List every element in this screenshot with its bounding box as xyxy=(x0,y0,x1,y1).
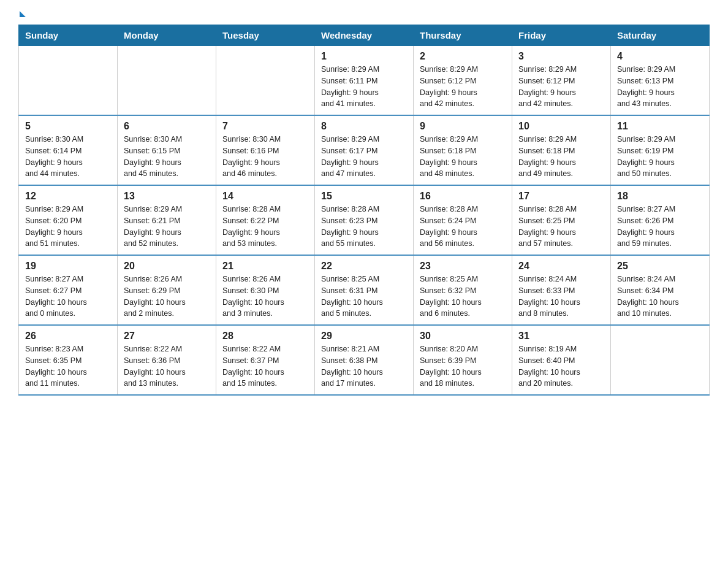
day-number: 18 xyxy=(617,191,703,202)
calendar-week-row: 19Sunrise: 8:27 AM Sunset: 6:27 PM Dayli… xyxy=(19,255,710,325)
day-number: 6 xyxy=(124,121,210,132)
day-number: 23 xyxy=(420,261,506,272)
day-number: 25 xyxy=(617,261,703,272)
day-number: 3 xyxy=(518,51,604,62)
calendar-day-12: 12Sunrise: 8:29 AM Sunset: 6:20 PM Dayli… xyxy=(19,185,118,255)
day-info: Sunrise: 8:29 AM Sunset: 6:18 PM Dayligh… xyxy=(518,134,604,180)
day-info: Sunrise: 8:24 AM Sunset: 6:33 PM Dayligh… xyxy=(518,274,604,320)
weekday-header-friday: Friday xyxy=(512,25,611,46)
calendar-empty-cell xyxy=(19,46,118,116)
calendar-day-15: 15Sunrise: 8:28 AM Sunset: 6:23 PM Dayli… xyxy=(315,185,414,255)
day-info: Sunrise: 8:22 AM Sunset: 6:36 PM Dayligh… xyxy=(124,343,210,389)
calendar-day-9: 9Sunrise: 8:29 AM Sunset: 6:18 PM Daylig… xyxy=(414,115,512,185)
calendar-week-row: 26Sunrise: 8:23 AM Sunset: 6:35 PM Dayli… xyxy=(19,325,710,395)
weekday-header-wednesday: Wednesday xyxy=(315,25,414,46)
day-info: Sunrise: 8:30 AM Sunset: 6:15 PM Dayligh… xyxy=(124,134,210,180)
day-info: Sunrise: 8:30 AM Sunset: 6:14 PM Dayligh… xyxy=(25,134,111,180)
calendar-day-31: 31Sunrise: 8:19 AM Sunset: 6:40 PM Dayli… xyxy=(512,325,611,395)
day-info: Sunrise: 8:29 AM Sunset: 6:21 PM Dayligh… xyxy=(124,204,210,250)
day-number: 12 xyxy=(25,191,111,202)
calendar-day-1: 1Sunrise: 8:29 AM Sunset: 6:11 PM Daylig… xyxy=(315,46,414,116)
calendar-day-4: 4Sunrise: 8:29 AM Sunset: 6:13 PM Daylig… xyxy=(611,46,710,116)
day-info: Sunrise: 8:21 AM Sunset: 6:38 PM Dayligh… xyxy=(321,343,407,389)
weekday-header-thursday: Thursday xyxy=(414,25,512,46)
calendar-day-14: 14Sunrise: 8:28 AM Sunset: 6:22 PM Dayli… xyxy=(216,185,315,255)
weekday-header-monday: Monday xyxy=(118,25,216,46)
calendar-day-22: 22Sunrise: 8:25 AM Sunset: 6:31 PM Dayli… xyxy=(315,255,414,325)
day-number: 16 xyxy=(420,191,506,202)
day-info: Sunrise: 8:29 AM Sunset: 6:20 PM Dayligh… xyxy=(25,204,111,250)
calendar-day-27: 27Sunrise: 8:22 AM Sunset: 6:36 PM Dayli… xyxy=(118,325,216,395)
calendar-week-row: 1Sunrise: 8:29 AM Sunset: 6:11 PM Daylig… xyxy=(19,46,710,116)
day-number: 28 xyxy=(222,331,308,342)
calendar-day-16: 16Sunrise: 8:28 AM Sunset: 6:24 PM Dayli… xyxy=(414,185,512,255)
day-number: 4 xyxy=(617,51,703,62)
day-number: 7 xyxy=(222,121,308,132)
day-info: Sunrise: 8:26 AM Sunset: 6:29 PM Dayligh… xyxy=(124,274,210,320)
calendar-day-8: 8Sunrise: 8:29 AM Sunset: 6:17 PM Daylig… xyxy=(315,115,414,185)
calendar-day-11: 11Sunrise: 8:29 AM Sunset: 6:19 PM Dayli… xyxy=(611,115,710,185)
day-number: 31 xyxy=(518,331,604,342)
day-info: Sunrise: 8:19 AM Sunset: 6:40 PM Dayligh… xyxy=(518,343,604,389)
calendar-day-17: 17Sunrise: 8:28 AM Sunset: 6:25 PM Dayli… xyxy=(512,185,611,255)
calendar-day-18: 18Sunrise: 8:27 AM Sunset: 6:26 PM Dayli… xyxy=(611,185,710,255)
page-header xyxy=(18,12,710,18)
calendar-empty-cell xyxy=(611,325,710,395)
day-number: 19 xyxy=(25,261,111,272)
calendar-day-21: 21Sunrise: 8:26 AM Sunset: 6:30 PM Dayli… xyxy=(216,255,315,325)
logo xyxy=(18,12,26,18)
day-info: Sunrise: 8:25 AM Sunset: 6:32 PM Dayligh… xyxy=(420,274,506,320)
day-number: 9 xyxy=(420,121,506,132)
weekday-header-sunday: Sunday xyxy=(19,25,118,46)
calendar-day-2: 2Sunrise: 8:29 AM Sunset: 6:12 PM Daylig… xyxy=(414,46,512,116)
calendar-day-29: 29Sunrise: 8:21 AM Sunset: 6:38 PM Dayli… xyxy=(315,325,414,395)
calendar-day-7: 7Sunrise: 8:30 AM Sunset: 6:16 PM Daylig… xyxy=(216,115,315,185)
calendar-body: 1Sunrise: 8:29 AM Sunset: 6:11 PM Daylig… xyxy=(19,46,710,396)
calendar-day-10: 10Sunrise: 8:29 AM Sunset: 6:18 PM Dayli… xyxy=(512,115,611,185)
day-number: 30 xyxy=(420,331,506,342)
day-info: Sunrise: 8:29 AM Sunset: 6:12 PM Dayligh… xyxy=(420,64,506,110)
day-info: Sunrise: 8:29 AM Sunset: 6:11 PM Dayligh… xyxy=(321,64,407,110)
day-info: Sunrise: 8:25 AM Sunset: 6:31 PM Dayligh… xyxy=(321,274,407,320)
day-info: Sunrise: 8:22 AM Sunset: 6:37 PM Dayligh… xyxy=(222,343,308,389)
day-number: 5 xyxy=(25,121,111,132)
day-info: Sunrise: 8:29 AM Sunset: 6:18 PM Dayligh… xyxy=(420,134,506,180)
calendar-day-5: 5Sunrise: 8:30 AM Sunset: 6:14 PM Daylig… xyxy=(19,115,118,185)
day-info: Sunrise: 8:20 AM Sunset: 6:39 PM Dayligh… xyxy=(420,343,506,389)
day-info: Sunrise: 8:28 AM Sunset: 6:22 PM Dayligh… xyxy=(222,204,308,250)
day-number: 15 xyxy=(321,191,407,202)
day-info: Sunrise: 8:28 AM Sunset: 6:25 PM Dayligh… xyxy=(518,204,604,250)
calendar-empty-cell xyxy=(118,46,216,116)
day-info: Sunrise: 8:29 AM Sunset: 6:17 PM Dayligh… xyxy=(321,134,407,180)
day-number: 22 xyxy=(321,261,407,272)
calendar-day-28: 28Sunrise: 8:22 AM Sunset: 6:37 PM Dayli… xyxy=(216,325,315,395)
day-info: Sunrise: 8:27 AM Sunset: 6:27 PM Dayligh… xyxy=(25,274,111,320)
weekday-header-row: SundayMondayTuesdayWednesdayThursdayFrid… xyxy=(19,25,710,46)
calendar-day-24: 24Sunrise: 8:24 AM Sunset: 6:33 PM Dayli… xyxy=(512,255,611,325)
calendar-header: SundayMondayTuesdayWednesdayThursdayFrid… xyxy=(19,25,710,46)
day-info: Sunrise: 8:23 AM Sunset: 6:35 PM Dayligh… xyxy=(25,343,111,389)
day-number: 11 xyxy=(617,121,703,132)
calendar-day-23: 23Sunrise: 8:25 AM Sunset: 6:32 PM Dayli… xyxy=(414,255,512,325)
day-number: 1 xyxy=(321,51,407,62)
calendar-week-row: 5Sunrise: 8:30 AM Sunset: 6:14 PM Daylig… xyxy=(19,115,710,185)
day-info: Sunrise: 8:30 AM Sunset: 6:16 PM Dayligh… xyxy=(222,134,308,180)
weekday-header-saturday: Saturday xyxy=(611,25,710,46)
day-number: 17 xyxy=(518,191,604,202)
day-number: 24 xyxy=(518,261,604,272)
calendar-day-13: 13Sunrise: 8:29 AM Sunset: 6:21 PM Dayli… xyxy=(118,185,216,255)
day-number: 26 xyxy=(25,331,111,342)
day-info: Sunrise: 8:28 AM Sunset: 6:24 PM Dayligh… xyxy=(420,204,506,250)
day-info: Sunrise: 8:27 AM Sunset: 6:26 PM Dayligh… xyxy=(617,204,703,250)
calendar-day-3: 3Sunrise: 8:29 AM Sunset: 6:12 PM Daylig… xyxy=(512,46,611,116)
day-number: 21 xyxy=(222,261,308,272)
calendar-empty-cell xyxy=(216,46,315,116)
day-number: 13 xyxy=(124,191,210,202)
calendar-day-26: 26Sunrise: 8:23 AM Sunset: 6:35 PM Dayli… xyxy=(19,325,118,395)
calendar-day-6: 6Sunrise: 8:30 AM Sunset: 6:15 PM Daylig… xyxy=(118,115,216,185)
logo-arrow-icon xyxy=(20,11,26,17)
day-number: 20 xyxy=(124,261,210,272)
calendar-day-25: 25Sunrise: 8:24 AM Sunset: 6:34 PM Dayli… xyxy=(611,255,710,325)
calendar-day-30: 30Sunrise: 8:20 AM Sunset: 6:39 PM Dayli… xyxy=(414,325,512,395)
day-number: 14 xyxy=(222,191,308,202)
